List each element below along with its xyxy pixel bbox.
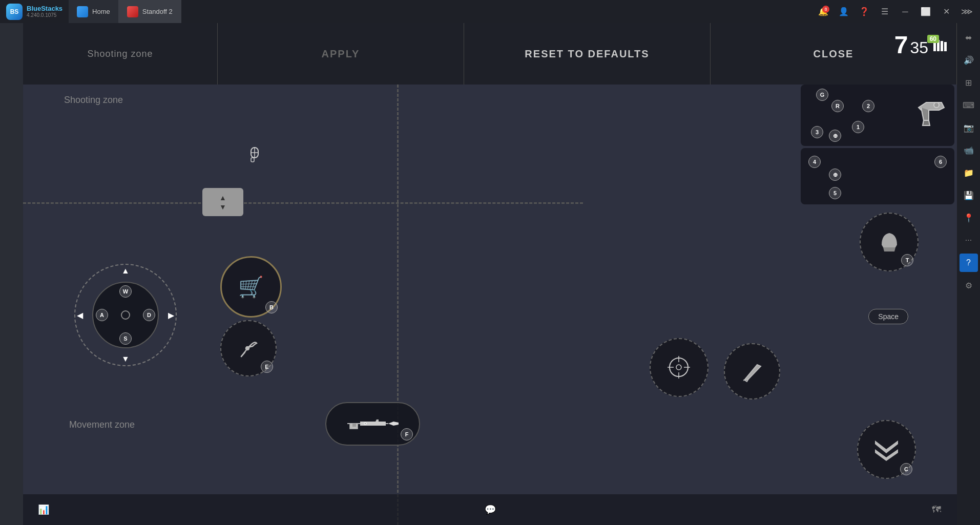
- account-button[interactable]: 👤: [835, 3, 853, 21]
- apply-button[interactable]: APPLY: [218, 23, 464, 85]
- shop-button[interactable]: 🛒 B: [220, 256, 282, 318]
- home-tab-label: Home: [92, 8, 110, 15]
- joy-key-a[interactable]: A: [96, 309, 108, 321]
- scroll-up-arrow: ▲: [219, 194, 226, 201]
- tool-button[interactable]: E: [220, 320, 277, 376]
- toolbar: Shooting zone APPLY RESET TO DEFAULTS CL…: [23, 23, 957, 85]
- svg-point-6: [364, 423, 366, 425]
- rifle-slot[interactable]: 4 ⊕ 6 5: [801, 148, 954, 204]
- game-area: Shooting zone APPLY RESET TO DEFAULTS CL…: [23, 23, 957, 525]
- scroll-button[interactable]: ▲ ▼: [202, 188, 243, 216]
- key-crosshair[interactable]: ⊕: [829, 130, 841, 142]
- svg-point-5: [246, 347, 249, 350]
- sidebar-volume-icon[interactable]: 🔊: [960, 51, 978, 69]
- helmet-icon: [874, 227, 905, 258]
- notification-count: 8: [822, 6, 829, 13]
- notifications-button[interactable]: 🔔 8: [814, 3, 832, 21]
- window-close-button[interactable]: ✕: [937, 3, 955, 21]
- bluestacks-icon: BS: [6, 4, 23, 20]
- pistol-icon: [895, 92, 952, 133]
- help-button[interactable]: ❓: [855, 3, 873, 21]
- home-tab-icon: [77, 6, 88, 17]
- cart-icon: 🛒: [238, 275, 264, 299]
- stats-button[interactable]: 📊: [33, 499, 54, 520]
- svg-point-8: [676, 365, 681, 370]
- game-tab[interactable]: Standoff 2: [119, 0, 181, 23]
- pliers-icon: [237, 337, 260, 360]
- sidebar-settings-icon[interactable]: ⚙: [960, 276, 978, 295]
- joy-arrow-left: ◀: [77, 310, 83, 320]
- ammo-bar-4: [944, 42, 947, 51]
- chat-button[interactable]: 💬: [480, 499, 501, 520]
- key-g[interactable]: G: [816, 89, 828, 101]
- crouch-button[interactable]: C: [857, 420, 916, 479]
- hud-ammo: 7 35 60: [894, 31, 947, 59]
- scope-icon: [665, 353, 693, 382]
- helmet-key[interactable]: T: [901, 254, 913, 266]
- key-r[interactable]: R: [831, 100, 844, 112]
- fps-badge: 60: [927, 35, 939, 43]
- knife-button[interactable]: [724, 343, 780, 400]
- joy-arrow-up: ▲: [121, 266, 130, 276]
- sidebar-expand-icon[interactable]: ⬌: [960, 28, 978, 47]
- menu-button[interactable]: ☰: [875, 3, 894, 21]
- svg-point-0: [934, 102, 939, 108]
- home-tab[interactable]: Home: [69, 0, 119, 23]
- sidebar-save-icon[interactable]: 💾: [960, 186, 978, 204]
- crouch-key[interactable]: C: [900, 463, 912, 475]
- expand-button[interactable]: ⋙: [957, 3, 976, 21]
- weapon-button[interactable]: F: [325, 402, 420, 446]
- joy-key-s[interactable]: S: [119, 332, 132, 345]
- key-6[interactable]: 6: [934, 156, 947, 168]
- ammo-display: 7 35: [894, 31, 928, 59]
- aim-button[interactable]: [650, 338, 708, 397]
- sidebar-location-icon[interactable]: 📍: [960, 208, 978, 227]
- sidebar-help-icon[interactable]: ?: [960, 254, 978, 272]
- ammo-total: 35: [910, 38, 928, 57]
- joy-arrow-down: ▼: [121, 354, 130, 364]
- window-controls: 🔔 8 👤 ❓ ☰ ─ ⬜ ✕ ⋙: [814, 3, 980, 21]
- key-3[interactable]: 3: [811, 126, 823, 138]
- weapon-panel: G R 2 3 ⊕ 1 4 ⊕ 6 5: [801, 85, 954, 206]
- ak-icon: [345, 412, 401, 435]
- sidebar-folder-icon[interactable]: 📁: [960, 163, 978, 182]
- shooting-zone-label: Shooting zone: [23, 23, 218, 85]
- cart-key[interactable]: B: [265, 301, 278, 313]
- restore-button[interactable]: ⬜: [916, 3, 935, 21]
- sidebar-layout-icon[interactable]: ⊞: [960, 73, 978, 92]
- map-button[interactable]: 🗺: [926, 499, 947, 520]
- key-5[interactable]: 5: [829, 187, 841, 199]
- key-1[interactable]: 1: [852, 121, 864, 133]
- space-button[interactable]: Space: [868, 309, 908, 324]
- horizontal-divider: [23, 202, 583, 204]
- sidebar-more-icon[interactable]: ···: [960, 231, 978, 249]
- joy-key-w[interactable]: W: [119, 285, 132, 298]
- helmet-button[interactable]: T: [860, 213, 919, 271]
- shooting-zone-text: Shooting zone: [64, 95, 123, 106]
- tool-key[interactable]: E: [261, 361, 273, 373]
- game-tab-label: Standoff 2: [142, 8, 173, 15]
- space-key-label: Space: [878, 312, 899, 321]
- title-bar: BS BlueStacks 4.240.0.1075 Home Standoff…: [0, 0, 980, 23]
- cursor-svg: [246, 145, 264, 164]
- joy-arrow-right: ▶: [168, 310, 174, 320]
- vertical-divider: [397, 85, 399, 525]
- sidebar-record-icon[interactable]: 📹: [960, 141, 978, 159]
- pistol-slot[interactable]: G R 2 3 ⊕ 1: [801, 85, 954, 146]
- right-sidebar: ⬌ 🔊 ⊞ ⌨ 📷 📹 📁 💾 📍 ··· ? ⚙: [957, 23, 980, 525]
- app-version: 4.240.0.1075: [27, 12, 62, 18]
- sidebar-keyboard-icon[interactable]: ⌨: [960, 96, 978, 114]
- key-4[interactable]: 4: [808, 156, 821, 168]
- scroll-down-arrow: ▼: [219, 203, 226, 211]
- weapon-key[interactable]: F: [401, 428, 413, 440]
- reset-button[interactable]: RESET TO DEFAULTS: [464, 23, 711, 85]
- sidebar-screenshot-icon[interactable]: 📷: [960, 118, 978, 137]
- movement-joystick[interactable]: W A D S ▲ ▼ ◀ ▶: [74, 264, 177, 366]
- key-crosshair2[interactable]: ⊕: [829, 169, 841, 181]
- joy-key-d[interactable]: D: [143, 309, 155, 321]
- joystick-center: [121, 310, 130, 320]
- game-tab-icon: [127, 6, 138, 17]
- minimize-button[interactable]: ─: [896, 3, 914, 21]
- key-2[interactable]: 2: [862, 100, 874, 112]
- svg-marker-13: [875, 440, 898, 453]
